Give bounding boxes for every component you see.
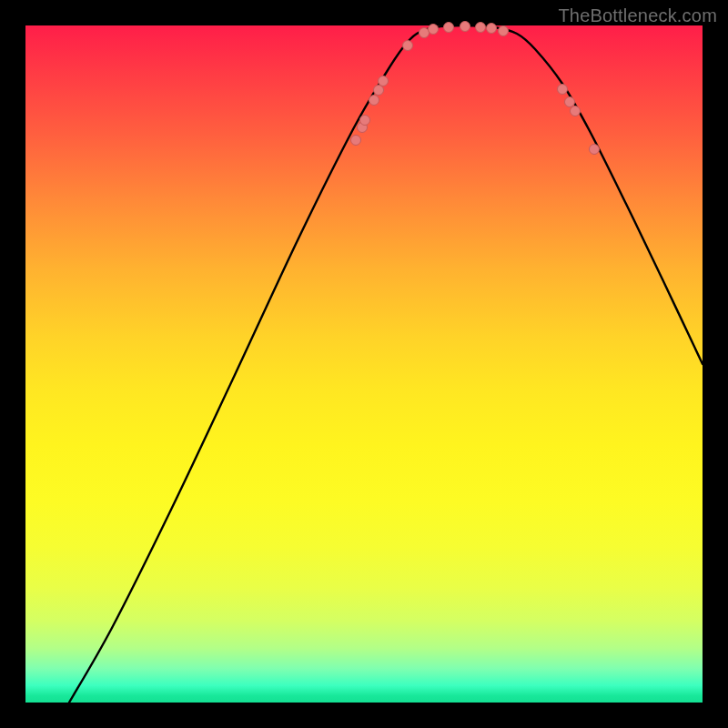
- data-point-dot: [429, 25, 439, 35]
- data-point-dot: [558, 85, 568, 95]
- data-point-dot: [374, 86, 384, 96]
- watermark-text: TheBottleneck.com: [558, 5, 717, 26]
- data-point-dot: [379, 76, 389, 86]
- data-point-dot: [403, 41, 413, 51]
- bottleneck-curve: [25, 25, 703, 703]
- data-point-dot: [565, 97, 575, 107]
- data-point-dot: [444, 23, 454, 33]
- data-point-dot: [360, 116, 370, 126]
- data-point-dot: [499, 26, 509, 36]
- data-point-dot: [351, 136, 361, 146]
- data-point-dot: [420, 28, 430, 38]
- data-point-dot: [369, 96, 379, 106]
- data-point-dot: [571, 106, 581, 116]
- data-point-dot: [590, 145, 600, 155]
- data-point-dot: [487, 24, 497, 34]
- data-point-dot: [476, 23, 486, 33]
- data-point-dot: [460, 22, 470, 32]
- chart-plot-area: [25, 25, 703, 703]
